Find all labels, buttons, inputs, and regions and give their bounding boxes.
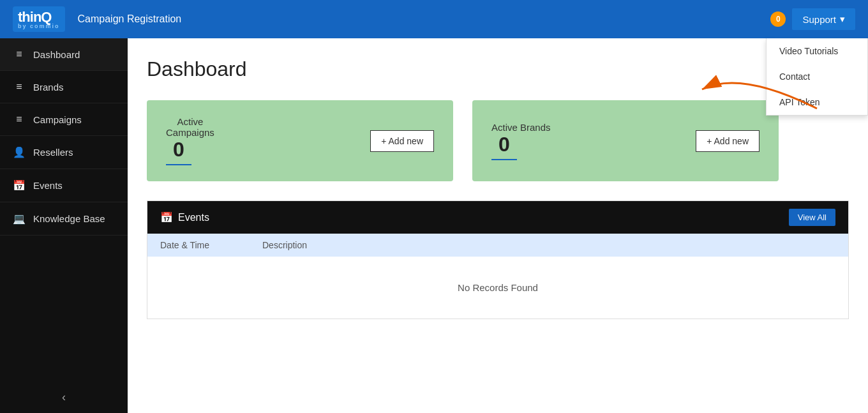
sidebar: ≡ Dashboard ≡ Brands ≡ Campaigns 👤 Resel… [0,38,128,413]
dropdown-item-contact[interactable]: Contact [767,64,867,89]
add-brand-button[interactable]: + Add new [696,130,760,152]
campaigns-icon: ≡ [13,114,26,125]
knowledge-base-icon: 💻 [13,213,26,225]
header-title: Campaign Registration [78,13,182,25]
content-area: Dashboard ActiveCampaigns 0 + Add new Ac… [128,38,868,413]
active-brands-card: Active Brands 0 + Add new [472,100,779,181]
campaigns-card-value: 0 [166,138,191,165]
logo-text: thinQ by commio [18,9,60,29]
logo-sub: by commio [18,23,60,29]
campaigns-card-label: ActiveCampaigns [166,116,214,138]
brands-card-value: 0 [491,133,517,160]
no-records-message: No Records Found [147,257,848,319]
table-header: Date & Time Description [147,234,848,257]
sidebar-label-knowledge-base: Knowledge Base [33,213,105,224]
events-header: 📅 Events View All [147,201,848,234]
header-left: thinQ by commio Campaign Registration [13,6,181,32]
events-label: Events [178,212,209,223]
sidebar-item-campaigns[interactable]: ≡ Campaigns [0,103,128,136]
support-label: Support [802,14,836,25]
support-caret: ▾ [840,13,845,25]
notification-badge: 0 [770,11,786,27]
logo: thinQ by commio [13,6,65,32]
main-layout: ≡ Dashboard ≡ Brands ≡ Campaigns 👤 Resel… [0,38,868,413]
sidebar-item-dashboard[interactable]: ≡ Dashboard [0,38,128,71]
cards-row: ActiveCampaigns 0 + Add new Active Brand… [147,100,849,181]
events-title: 📅 Events [160,211,209,223]
sidebar-item-brands[interactable]: ≡ Brands [0,71,128,103]
events-section: 📅 Events View All Date & Time Descriptio… [147,200,849,319]
sidebar-item-resellers[interactable]: 👤 Resellers [0,136,128,169]
dropdown-item-video-tutorials[interactable]: Video Tutorials [767,38,867,64]
calendar-icon: 📅 [160,211,173,223]
resellers-icon: 👤 [13,146,26,158]
dashboard-icon: ≡ [13,49,26,60]
brands-card-info: Active Brands 0 [491,122,551,160]
sidebar-label-dashboard: Dashboard [33,49,80,60]
sidebar-label-campaigns: Campaigns [33,114,82,125]
sidebar-item-knowledge-base[interactable]: 💻 Knowledge Base [0,202,128,236]
dropdown-item-api-token[interactable]: API Token [767,89,867,115]
sidebar-collapse-button[interactable]: ‹ [0,382,128,413]
brands-card-label: Active Brands [491,122,551,133]
brands-icon: ≡ [13,81,26,93]
support-dropdown: Video Tutorials Contact API Token [766,38,868,116]
sidebar-label-resellers: Resellers [33,147,73,158]
sidebar-label-events: Events [33,180,63,191]
header: thinQ by commio Campaign Registration 0 … [0,0,868,38]
header-right: 0 Support ▾ [770,8,855,30]
active-campaigns-card: ActiveCampaigns 0 + Add new [147,100,453,181]
collapse-icon: ‹ [62,391,66,404]
campaigns-card-info: ActiveCampaigns 0 [166,116,214,165]
support-button[interactable]: Support ▾ [792,8,855,30]
page-title: Dashboard [147,57,849,81]
add-campaign-button[interactable]: + Add new [370,130,434,152]
col-header-description: Description [262,240,835,250]
events-icon: 📅 [13,179,26,191]
sidebar-item-events[interactable]: 📅 Events [0,169,128,202]
col-header-datetime: Date & Time [160,240,237,250]
sidebar-label-brands: Brands [33,82,64,93]
view-all-button[interactable]: View All [789,209,835,226]
